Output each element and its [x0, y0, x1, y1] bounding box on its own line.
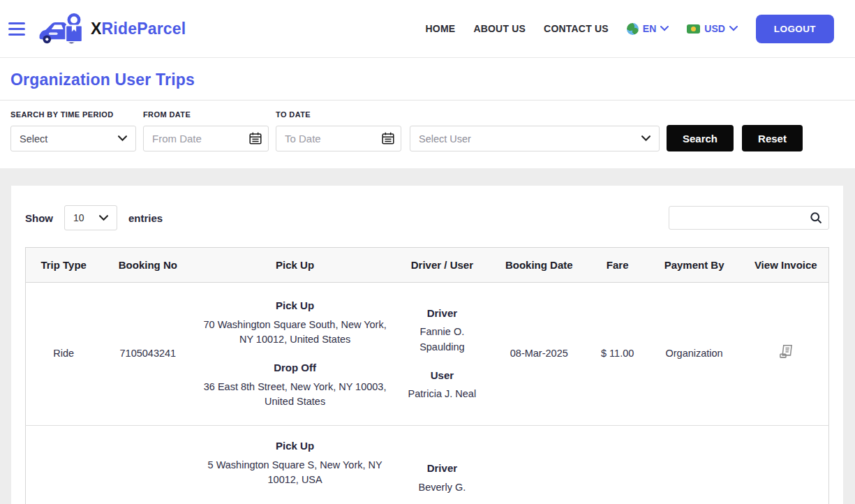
user-name: Patricia J. Neal — [403, 387, 481, 402]
nav-contact-us[interactable]: CONTACT US — [544, 23, 609, 34]
nav-home[interactable]: HOME — [426, 23, 456, 34]
trips-table: Trip Type Booking No Pick Up Driver / Us… — [25, 247, 829, 504]
calendar-icon[interactable] — [248, 131, 263, 149]
top-header: XRideParcel HOME ABOUT US CONTACT US EN … — [0, 0, 855, 58]
col-trip-type: Trip Type — [26, 248, 102, 283]
page-size-select[interactable]: 10 — [64, 205, 117, 230]
booking-date-cell — [489, 426, 590, 504]
booking-date-cell: 08-Mar-2025 — [489, 283, 590, 426]
language-label: EN — [643, 23, 656, 34]
time-period-label: SEARCH BY TIME PERIOD — [10, 110, 136, 119]
reset-button[interactable]: Reset — [742, 125, 803, 151]
table-row: Ride 7105043241 Pick Up 70 Washington Sq… — [26, 283, 829, 426]
driver-title: Driver — [401, 306, 483, 322]
invoice-icon[interactable] — [777, 343, 795, 366]
entries-label: entries — [128, 212, 163, 224]
fare-cell: $ 11.00 — [590, 283, 646, 426]
to-date-label: TO DATE — [276, 110, 401, 119]
trip-type-cell: Ride — [26, 283, 102, 426]
view-invoice-cell — [743, 426, 829, 504]
pickup-title: Pick Up — [200, 438, 390, 454]
brand-logo[interactable]: XRideParcel — [36, 11, 186, 46]
pickup-address: 5 Washington Square S, New York, NY 1001… — [200, 458, 390, 489]
currency-label: USD — [704, 23, 725, 34]
view-invoice-cell — [743, 283, 829, 426]
show-label: Show — [25, 212, 53, 224]
from-date-label: FROM DATE — [143, 110, 269, 119]
col-booking-date: Booking Date — [489, 248, 590, 283]
booking-no-cell: 7105043241 — [101, 283, 194, 426]
dropoff-address: 36 East 8th Street, New York, NY 10003, … — [200, 380, 390, 410]
driver-user-cell: Driver Fannie O. Spaulding User Patricia… — [396, 283, 489, 426]
user-title: User — [401, 368, 483, 384]
chevron-down-icon — [641, 135, 650, 142]
calendar-icon[interactable] — [380, 131, 396, 149]
col-driver-user: Driver / User — [396, 248, 489, 283]
page-title: Organization User Trips — [10, 71, 845, 89]
pickup-title: Pick Up — [200, 298, 390, 314]
time-period-select[interactable]: Select — [10, 126, 136, 151]
col-booking-no: Booking No — [101, 248, 194, 283]
language-selector[interactable]: EN — [627, 23, 669, 35]
driver-user-cell: Driver Beverly G. — [396, 426, 489, 504]
trip-type-cell — [26, 426, 102, 504]
banknote-icon — [687, 24, 700, 34]
dropoff-title: Drop Off — [200, 360, 390, 376]
logout-button[interactable]: LOGOUT — [756, 15, 834, 43]
driver-name: Fannie O. Spaulding — [403, 325, 481, 355]
table-row: Pick Up 5 Washington Square S, New York,… — [26, 426, 829, 504]
search-button[interactable]: Search — [667, 125, 734, 151]
brand-name: XRideParcel — [91, 20, 186, 38]
chevron-down-icon — [118, 135, 127, 142]
filters-bar: SEARCH BY TIME PERIOD Select FROM DATE T… — [0, 101, 855, 168]
col-fare: Fare — [590, 248, 646, 283]
currency-selector[interactable]: USD — [687, 23, 738, 34]
booking-no-cell — [101, 426, 194, 504]
user-select[interactable]: Select User — [410, 126, 660, 151]
table-header-row: Trip Type Booking No Pick Up Driver / Us… — [26, 248, 829, 283]
col-pickup: Pick Up — [194, 248, 396, 283]
car-parcel-logo-icon — [36, 11, 87, 46]
hamburger-menu-icon[interactable] — [8, 19, 27, 39]
chevron-down-icon — [99, 215, 108, 221]
pickup-address: 70 Washington Square South, New York, NY… — [200, 318, 390, 348]
search-icon — [809, 211, 823, 228]
driver-title: Driver — [401, 461, 483, 477]
globe-icon — [627, 23, 639, 35]
pickup-dropoff-cell: Pick Up 70 Washington Square South, New … — [194, 283, 396, 426]
chevron-down-icon — [729, 26, 738, 31]
pickup-dropoff-cell: Pick Up 5 Washington Square S, New York,… — [194, 426, 396, 504]
chevron-down-icon — [660, 26, 669, 31]
fare-cell — [590, 426, 646, 504]
nav-about-us[interactable]: ABOUT US — [473, 23, 526, 34]
driver-name: Beverly G. — [403, 480, 481, 496]
table-search-input[interactable] — [669, 206, 829, 230]
trips-card: Show 10 entries — [11, 186, 843, 504]
payment-by-cell: Organization — [646, 283, 743, 426]
payment-by-cell — [646, 426, 743, 504]
col-view-invoice: View Invoice — [743, 248, 829, 283]
col-payment-by: Payment By — [646, 248, 743, 283]
